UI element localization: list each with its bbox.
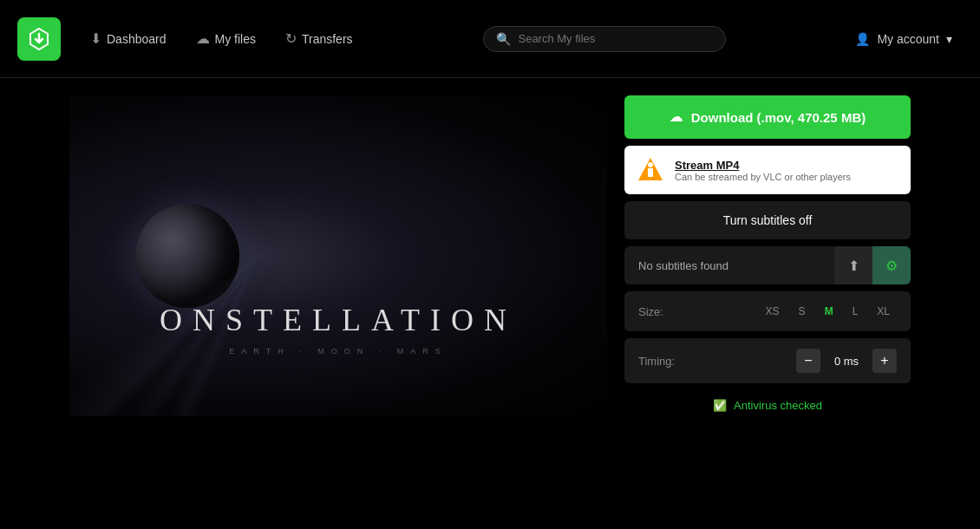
- svg-point-3: [648, 162, 653, 167]
- transfers-icon: ↻: [285, 30, 297, 47]
- download-icon: ☁: [670, 109, 683, 125]
- size-xs[interactable]: XS: [759, 302, 787, 321]
- size-row: Size: XS S M L XL: [624, 291, 911, 331]
- antivirus-row: ✅ Antivirus checked: [624, 390, 911, 421]
- subtitle-settings-button[interactable]: ⚙: [872, 246, 911, 284]
- video-title: ONSTELLATION: [69, 302, 607, 338]
- no-subtitles-label: No subtitles found: [624, 247, 834, 284]
- video-background: [69, 95, 607, 416]
- search-wrapper: 🔍: [365, 26, 846, 52]
- nav-dashboard[interactable]: ⬇ Dashboard: [78, 23, 179, 54]
- timing-increase-button[interactable]: +: [872, 349, 897, 373]
- subtitle-search-row: No subtitles found ⬆ ⚙: [624, 246, 911, 284]
- main-nav: ⬇ Dashboard ☁ My files ↻ Transfers: [78, 23, 365, 54]
- timing-value: 0 ms: [829, 355, 864, 368]
- download-button[interactable]: ☁ Download (.mov, 470.25 MB): [624, 95, 911, 139]
- subtitle-toggle-button[interactable]: Turn subtitles off: [624, 201, 911, 239]
- stream-title: Stream MP4: [675, 159, 851, 172]
- stream-info: Stream MP4 Can be streamed by VLC or oth…: [675, 159, 851, 182]
- account-label: My account: [877, 32, 939, 46]
- svg-rect-2: [648, 168, 653, 177]
- stream-card[interactable]: Stream MP4 Can be streamed by VLC or oth…: [624, 146, 911, 194]
- nav-myfiles-label: My files: [215, 32, 256, 46]
- logo[interactable]: [17, 17, 61, 61]
- main-content: ONSTELLATION EARTH · MOON · MARS ☁ Downl…: [0, 78, 980, 529]
- subtitle-upload-button[interactable]: ⬆: [834, 246, 872, 284]
- nav-transfers-label: Transfers: [302, 32, 353, 46]
- upload-icon: ⬆: [848, 258, 859, 274]
- antivirus-label: Antivirus checked: [734, 399, 822, 412]
- vlc-icon: [637, 156, 664, 184]
- video-subtitle: EARTH · MOON · MARS: [69, 347, 607, 356]
- checkmark-icon: ✅: [713, 399, 727, 412]
- size-l[interactable]: L: [846, 302, 866, 321]
- logo-icon: [27, 27, 51, 51]
- size-s[interactable]: S: [792, 302, 813, 321]
- stream-desc: Can be streamed by VLC or other players: [675, 172, 851, 182]
- size-options: XS S M L XL: [759, 302, 897, 321]
- size-label: Size:: [638, 305, 682, 318]
- timing-decrease-button[interactable]: −: [796, 349, 820, 373]
- myfiles-icon: ☁: [196, 30, 210, 47]
- timing-label: Timing:: [638, 355, 682, 368]
- account-icon: 👤: [855, 32, 870, 46]
- size-m[interactable]: M: [818, 302, 840, 321]
- timing-controls: − 0 ms +: [796, 349, 897, 373]
- nav-myfiles[interactable]: ☁ My files: [184, 23, 268, 54]
- search-bar: 🔍: [483, 26, 726, 52]
- download-button-label: Download (.mov, 470.25 MB): [691, 110, 866, 125]
- gear-icon: ⚙: [885, 258, 898, 274]
- header: ⬇ Dashboard ☁ My files ↻ Transfers 🔍 👤 M…: [0, 0, 980, 78]
- search-input[interactable]: [518, 32, 713, 45]
- search-icon: 🔍: [496, 32, 511, 46]
- nav-transfers[interactable]: ↻ Transfers: [273, 23, 365, 54]
- video-player: ONSTELLATION EARTH · MOON · MARS: [69, 95, 607, 416]
- timing-row: Timing: − 0 ms +: [624, 338, 911, 383]
- size-xl[interactable]: XL: [870, 302, 897, 321]
- dashboard-icon: ⬇: [90, 30, 101, 47]
- nav-dashboard-label: Dashboard: [107, 32, 167, 46]
- right-panel: ☁ Download (.mov, 470.25 MB) Stream MP4 …: [624, 95, 911, 421]
- account-button[interactable]: 👤 My account ▾: [845, 25, 963, 53]
- account-chevron-icon: ▾: [946, 32, 952, 46]
- planet-visual: [135, 204, 239, 308]
